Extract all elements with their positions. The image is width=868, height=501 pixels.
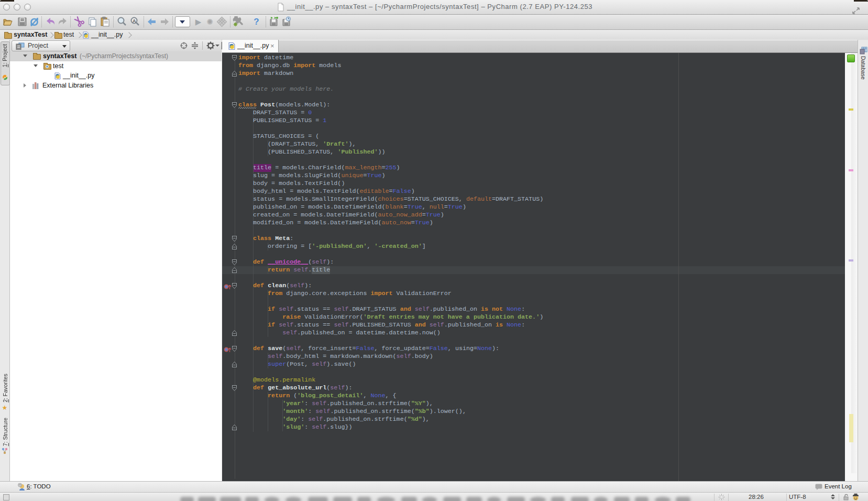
svg-text:A: A (133, 18, 136, 24)
